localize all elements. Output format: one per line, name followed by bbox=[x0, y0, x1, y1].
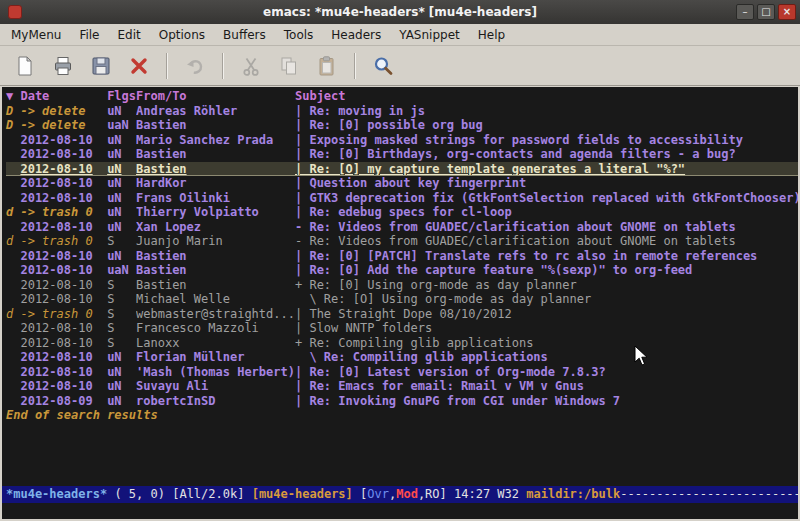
message-row[interactable]: 2012-08-10SBastien+ Re: [0] Using org-mo… bbox=[6, 278, 798, 293]
cell-subject: | The Straight Dope 08/10/2012 bbox=[295, 307, 798, 322]
cell-subject: | Re: [0] Add the capture feature "%(sex… bbox=[295, 263, 798, 278]
menu-headers[interactable]: Headers bbox=[322, 26, 390, 44]
cell-subject: | Re: [0] [PATCH] Translate refs to rc a… bbox=[295, 249, 798, 264]
paste-icon[interactable] bbox=[312, 51, 342, 81]
window-title: emacs: *mu4e-headers* [mu4e-headers] bbox=[0, 5, 800, 19]
minimize-button[interactable]: – bbox=[736, 4, 754, 20]
toolbar-separator bbox=[354, 53, 356, 79]
cell-date: 2012-08-10 bbox=[20, 321, 107, 336]
menu-edit[interactable]: Edit bbox=[109, 26, 150, 44]
column-date[interactable]: Date bbox=[20, 89, 107, 104]
maximize-button[interactable]: □ bbox=[757, 4, 775, 20]
message-row[interactable]: 2012-08-10SFrancesco Mazzoli| Slow NNTP … bbox=[6, 321, 798, 336]
search-icon[interactable] bbox=[368, 51, 398, 81]
cell-from: Bastien bbox=[136, 249, 295, 264]
message-row[interactable]: D-> deleteuaNBastien| Re: [0] possible o… bbox=[6, 118, 798, 133]
cell-from: Bastien bbox=[136, 147, 295, 162]
cell-subject: | Re: moving in js bbox=[295, 104, 798, 119]
message-row[interactable]: 2012-08-10uNFlorian Müllner \ Re: Compil… bbox=[6, 350, 798, 365]
end-of-results: End of search results bbox=[6, 408, 798, 423]
cell-marker: D bbox=[6, 118, 20, 133]
menu-buffers[interactable]: Buffers bbox=[214, 26, 275, 44]
menu-tools[interactable]: Tools bbox=[275, 26, 323, 44]
cell-from: Lanoxx bbox=[136, 336, 295, 351]
toolbar-separator bbox=[166, 53, 168, 79]
message-row[interactable]: 2012-08-10uNXan Lopez- Re: Videos from G… bbox=[6, 220, 798, 235]
message-row[interactable]: d-> trash 0Swebmaster@straightd...| The … bbox=[6, 307, 798, 322]
cell-subject: | Slow NNTP folders bbox=[295, 321, 798, 336]
cell-subject: \ Re: [O] Using org-mode as day planner bbox=[295, 292, 798, 307]
menu-file[interactable]: File bbox=[70, 26, 108, 44]
modeline-segment: [ bbox=[353, 487, 367, 501]
cell-from: 'Mash (Thomas Herbert) bbox=[136, 365, 295, 380]
cut-icon[interactable] bbox=[236, 51, 266, 81]
mode-line[interactable]: *mu4e-headers* ( 5, 0) [All/2.0k] [mu4e-… bbox=[2, 486, 798, 503]
cell-flags: uaN bbox=[107, 118, 136, 133]
sort-indicator-icon[interactable]: ▼ bbox=[6, 89, 20, 104]
menu-yasnippet[interactable]: YASnippet bbox=[390, 26, 469, 44]
cell-from: Michael Welle bbox=[136, 292, 295, 307]
message-row[interactable]: 2012-08-10uNFrans Oilinki| GTK3 deprecat… bbox=[6, 191, 798, 206]
message-row[interactable]: 2012-08-09uNrobertcInSD| Re: Invoking Gn… bbox=[6, 394, 798, 409]
new-file-icon[interactable] bbox=[10, 51, 40, 81]
modeline-segment: Mod bbox=[396, 487, 418, 501]
message-row[interactable]: 2012-08-10uN'Mash (Thomas Herbert)| Re: … bbox=[6, 365, 798, 380]
menu-help[interactable]: Help bbox=[469, 26, 514, 44]
app-icon bbox=[8, 5, 22, 19]
cell-date: 2012-08-10 bbox=[20, 133, 107, 148]
cell-marker bbox=[6, 350, 20, 365]
message-row[interactable]: d-> trash 0uNThierry Volpiatto| Re: edeb… bbox=[6, 205, 798, 220]
cell-subject: - Re: Videos from GUADEC/clarification a… bbox=[295, 220, 798, 235]
message-row[interactable]: 2012-08-10uaNBastien| Re: [0] Add the ca… bbox=[6, 263, 798, 278]
modeline-segment: maildir:/bulk bbox=[526, 487, 620, 501]
cell-date: -> delete bbox=[20, 118, 107, 133]
message-row[interactable]: 2012-08-10SMichael Welle \ Re: [O] Using… bbox=[6, 292, 798, 307]
cell-subject: | GTK3 deprecation fix (GtkFontSelection… bbox=[295, 191, 798, 206]
menu-options[interactable]: Options bbox=[150, 26, 214, 44]
cell-flags: uN bbox=[107, 162, 136, 176]
cell-date: 2012-08-10 bbox=[20, 220, 107, 235]
toolbar-separator bbox=[222, 53, 224, 79]
message-row[interactable]: D-> deleteuNAndreas Röhler| Re: moving i… bbox=[6, 104, 798, 119]
cell-date: 2012-08-10 bbox=[20, 249, 107, 264]
cell-from: Andreas Röhler bbox=[136, 104, 295, 119]
save-buffer-icon[interactable] bbox=[86, 51, 116, 81]
kill-buffer-icon[interactable] bbox=[124, 51, 154, 81]
cell-marker: D bbox=[6, 104, 20, 119]
column-subject[interactable]: Subject bbox=[295, 89, 798, 104]
message-row[interactable]: 2012-08-10uNMario Sanchez Prada| Exposin… bbox=[6, 133, 798, 148]
column-flags[interactable]: Flgs bbox=[107, 89, 136, 104]
close-button[interactable]: × bbox=[778, 4, 796, 20]
toolbar bbox=[0, 46, 800, 86]
cell-flags: uN bbox=[107, 205, 136, 220]
menu-mymenu[interactable]: MyMenu bbox=[2, 26, 70, 44]
message-row[interactable]: 2012-08-10uNBastien| Re: [0] Birthdays, … bbox=[6, 147, 798, 162]
cell-marker: d bbox=[6, 234, 20, 249]
message-row[interactable]: 2012-08-10uNHardKor| Question about key … bbox=[6, 176, 798, 191]
mu4e-headers-buffer[interactable]: ▼ Date Flgs From/To Subject D-> deleteuN… bbox=[2, 87, 798, 486]
cell-from: Florian Müllner bbox=[136, 350, 295, 365]
message-row[interactable]: 2012-08-10SLanoxx+ Re: Compiling glib ap… bbox=[6, 336, 798, 351]
header-line[interactable]: ▼ Date Flgs From/To Subject bbox=[6, 89, 798, 104]
cell-flags: uN bbox=[107, 147, 136, 162]
cell-marker bbox=[6, 394, 20, 409]
modeline-segment: *mu4e-headers* bbox=[6, 487, 107, 501]
undo-icon[interactable] bbox=[180, 51, 210, 81]
cell-from: Francesco Mazzoli bbox=[136, 321, 295, 336]
message-row[interactable]: 2012-08-10uNBastien| Re: [0] [PATCH] Tra… bbox=[6, 249, 798, 264]
copy-icon[interactable] bbox=[274, 51, 304, 81]
emacs-window: emacs: *mu4e-headers* [mu4e-headers] – □… bbox=[0, 0, 800, 521]
message-row[interactable]: 2012-08-10uNBastien| Re: [O] my capture … bbox=[6, 162, 798, 177]
column-from[interactable]: From/To bbox=[136, 89, 295, 104]
modeline-segment: ( 5, 0) [All/2.0k] bbox=[107, 487, 252, 501]
cell-flags: uaN bbox=[107, 263, 136, 278]
echo-area[interactable] bbox=[2, 503, 798, 519]
cell-from: Bastien bbox=[136, 278, 295, 293]
message-row[interactable]: 2012-08-10uNSuvayu Ali| Re: Emacs for em… bbox=[6, 379, 798, 394]
cell-from: Bastien bbox=[136, 263, 295, 278]
print-icon[interactable] bbox=[48, 51, 78, 81]
cell-marker bbox=[6, 133, 20, 148]
message-row[interactable]: d-> trash 0SJuanjo Marin- Re: Videos fro… bbox=[6, 234, 798, 249]
cell-marker bbox=[6, 379, 20, 394]
cell-flags: uN bbox=[107, 365, 136, 380]
